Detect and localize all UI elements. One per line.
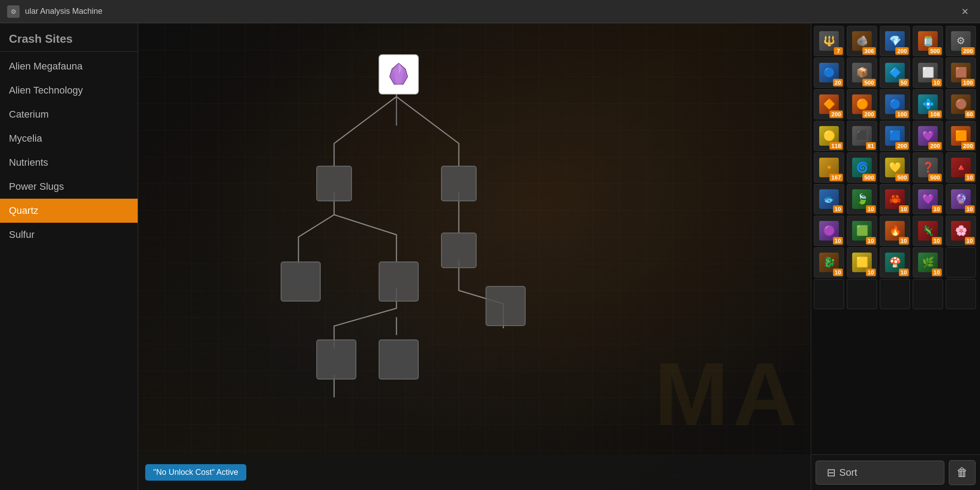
inventory-item-17[interactable]: 🟦200 [880, 121, 910, 151]
root-node-icon [380, 55, 418, 94]
inventory-item-16[interactable]: ⬛81 [847, 121, 877, 151]
tree-node-l1-left[interactable] [316, 166, 352, 201]
item-count-38: 10 [932, 269, 942, 276]
item-count-36: 10 [866, 269, 876, 276]
item-count-30: 10 [833, 237, 843, 245]
inventory-item-11[interactable]: 🟠200 [847, 89, 877, 119]
inventory-item-30[interactable]: 🟣10 [814, 216, 844, 246]
item-count-28: 10 [932, 205, 942, 213]
item-count-10: 200 [829, 110, 843, 118]
inventory-item-36[interactable]: 🟨10 [847, 247, 877, 278]
item-count-29: 10 [965, 205, 975, 213]
sidebar-item-mycelia[interactable]: Mycelia [0, 127, 138, 151]
item-count-21: 500 [862, 174, 876, 181]
item-count-19: 200 [961, 142, 975, 150]
sidebar-item-nutrients[interactable]: Nutrients [0, 151, 138, 175]
inventory-item-38[interactable]: 🌿10 [913, 247, 943, 278]
inventory-item-8[interactable]: ⬜10 [913, 57, 943, 88]
inventory-item-22[interactable]: 💛500 [880, 152, 910, 183]
inventory-item-29[interactable]: 🔮10 [946, 184, 976, 214]
main-area: MA [138, 23, 811, 490]
item-count-8: 10 [932, 79, 942, 86]
inventory-item-28[interactable]: 💜10 [913, 184, 943, 214]
right-panel: 🔱7🪨306💎200🫙500⚙200🔵20📦500🔷50⬜10🟫100🔶200🟠… [811, 23, 980, 490]
sidebar: Crash Sites Alien MegafaunaAlien Technol… [0, 23, 138, 490]
inventory-item-25[interactable]: 🐟10 [814, 184, 844, 214]
inventory-item-37[interactable]: 🍄10 [880, 247, 910, 278]
sidebar-item-caterium[interactable]: Caterium [0, 102, 138, 127]
tree-node-l3-left[interactable] [281, 261, 321, 302]
item-count-6: 500 [862, 79, 876, 86]
inventory-item-43 [913, 279, 943, 309]
sidebar-items: Alien MegafaunaAlien TechnologyCateriumM… [0, 54, 138, 247]
item-count-24: 10 [965, 174, 975, 181]
inventory-item-1[interactable]: 🪨306 [847, 26, 877, 56]
tree-node-l4-left[interactable] [316, 339, 356, 380]
trash-button[interactable]: 🗑 [949, 460, 976, 485]
inventory-item-18[interactable]: 💜200 [913, 121, 943, 151]
inventory-item-42 [880, 279, 910, 309]
inventory-item-4[interactable]: ⚙200 [946, 26, 976, 56]
sidebar-item-alien-technology[interactable]: Alien Technology [0, 78, 138, 102]
item-count-3: 500 [928, 47, 942, 55]
inventory-item-20[interactable]: 🔸167 [814, 152, 844, 183]
item-count-5: 20 [833, 79, 843, 86]
window-title: ular Analysis Machine [25, 7, 957, 16]
inventory-item-34[interactable]: 🌸10 [946, 216, 976, 246]
filter-badge[interactable]: "No Unlock Cost" Active [145, 464, 246, 481]
sort-button[interactable]: ⊟ Sort [816, 461, 944, 485]
inventory-item-21[interactable]: 🌀500 [847, 152, 877, 183]
close-button[interactable]: ✕ [957, 4, 973, 20]
tree-node-l3-right[interactable] [486, 286, 526, 326]
inventory-item-27[interactable]: 🦀10 [880, 184, 910, 214]
bottom-bar: "No Unlock Cost" Active [138, 454, 811, 490]
tech-tree[interactable] [138, 23, 811, 454]
inventory-item-40 [814, 279, 844, 309]
sidebar-item-sulfur[interactable]: Sulfur [0, 223, 138, 247]
inventory-item-39 [946, 247, 976, 278]
item-count-32: 10 [899, 237, 909, 245]
inventory-item-10[interactable]: 🔶200 [814, 89, 844, 119]
inventory-item-26[interactable]: 🍃10 [847, 184, 877, 214]
item-count-11: 200 [862, 110, 876, 118]
inventory-item-19[interactable]: 🟧200 [946, 121, 976, 151]
sidebar-item-power-slugs[interactable]: Power Slugs [0, 175, 138, 199]
item-count-15: 118 [829, 142, 843, 150]
inventory-item-3[interactable]: 🫙500 [913, 26, 943, 56]
inventory-item-12[interactable]: 🔵100 [880, 89, 910, 119]
inventory-item-0[interactable]: 🔱7 [814, 26, 844, 56]
inventory-item-6[interactable]: 📦500 [847, 57, 877, 88]
tree-node-l4-mid[interactable] [379, 339, 419, 380]
window-icon: ⚙ [7, 5, 20, 18]
item-count-14: 60 [965, 110, 975, 118]
inventory-item-31[interactable]: 🟩10 [847, 216, 877, 246]
inventory-item-24[interactable]: 🔺10 [946, 152, 976, 183]
inventory-item-9[interactable]: 🟫100 [946, 57, 976, 88]
inventory-item-2[interactable]: 💎200 [880, 26, 910, 56]
inventory-item-44 [946, 279, 976, 309]
tree-node-l3-mid[interactable] [379, 261, 419, 302]
sort-label: Sort [839, 467, 857, 478]
inventory-item-5[interactable]: 🔵20 [814, 57, 844, 88]
item-count-1: 306 [862, 47, 876, 55]
inventory-item-14[interactable]: 🟤60 [946, 89, 976, 119]
tree-node-root[interactable] [379, 54, 419, 94]
item-count-35: 10 [833, 269, 843, 276]
titlebar: ⚙ ular Analysis Machine ✕ [0, 0, 980, 23]
inventory-item-23[interactable]: ❓500 [913, 152, 943, 183]
item-count-16: 81 [866, 142, 876, 150]
inventory-item-32[interactable]: 🔥10 [880, 216, 910, 246]
sidebar-item-quartz[interactable]: Quartz [0, 199, 138, 223]
inventory-item-7[interactable]: 🔷50 [880, 57, 910, 88]
inventory-item-33[interactable]: 🦎10 [913, 216, 943, 246]
item-count-4: 200 [961, 47, 975, 55]
inventory-item-13[interactable]: 💠108 [913, 89, 943, 119]
item-count-26: 10 [866, 205, 876, 213]
tree-node-l1-right[interactable] [441, 166, 477, 201]
inventory-item-35[interactable]: 🐉10 [814, 247, 844, 278]
sidebar-header: Crash Sites [0, 23, 138, 52]
sidebar-item-alien-megafauna[interactable]: Alien Megafauna [0, 54, 138, 78]
tree-node-l2-right[interactable] [441, 233, 477, 268]
inventory-item-15[interactable]: 🟡118 [814, 121, 844, 151]
item-count-33: 10 [932, 237, 942, 245]
